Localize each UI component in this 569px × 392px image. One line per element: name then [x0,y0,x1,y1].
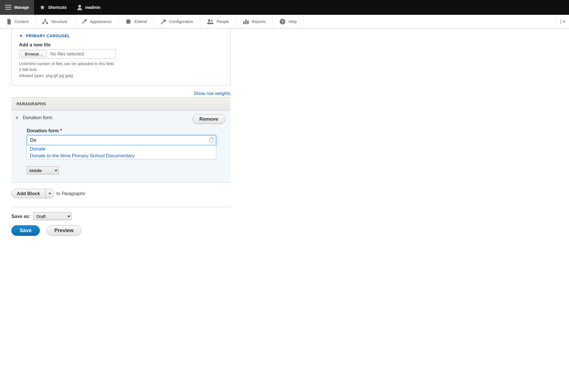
show-row-weights-link[interactable]: Show row weights [194,91,230,96]
admin-menu-label: Content [15,19,28,24]
svg-rect-0 [5,5,11,6]
admin-menu-label: Configuration [170,19,193,24]
fieldset-title: PRIMARY CAROUSEL [26,34,70,38]
admin-menu-extend[interactable]: Extend [119,15,154,28]
paragraph-type-label: Donation form [23,115,52,120]
add-block-dropdown-toggle[interactable] [46,189,54,198]
puzzle-icon [125,19,131,24]
svg-point-4 [78,5,81,8]
autocomplete-option[interactable]: Donate to the Ilima Primary School Docum… [27,152,216,159]
toolbar-user-label: madmin [85,5,100,10]
add-paragraph-row: Add Block to Paragraphs [11,189,230,207]
paragraph-item: ✥ Donation form Remove Donation form * D… [11,110,230,183]
row-weights-toggle: Show row weights [11,91,230,96]
admin-menu-label: Extend [134,19,147,24]
remove-button[interactable]: Remove [192,114,225,124]
add-block-suffix: to Paragraphs [57,191,85,196]
user-icon [77,5,82,10]
toolbar-orientation-toggle[interactable] [556,15,569,28]
admin-menu-people[interactable]: People [200,15,236,28]
hierarchy-icon [42,19,48,24]
desc-line: 2 MB limit. [19,67,223,73]
hamburger-icon [5,5,11,10]
paintbrush-icon [81,19,87,24]
star-icon [40,5,45,10]
admin-menu-label: Help [288,19,297,24]
svg-marker-3 [40,5,45,10]
admin-menu-appearance[interactable]: Appearance [75,15,119,28]
autocomplete-option[interactable]: Donate [27,145,216,152]
autocomplete-wrapper: Donate Donate to the Ilima Primary Schoo… [27,135,216,145]
moderation-state-select[interactable]: Draft [33,212,71,220]
file-upload-widget: Browse… No files selected. [19,49,116,59]
document-icon [7,19,11,24]
svg-point-5 [44,19,46,21]
collapse-icon [560,19,566,24]
admin-menu-configuration[interactable]: Configuration [154,15,200,28]
svg-rect-12 [247,20,249,24]
admin-menu: Content Structure Appearance Extend Conf… [0,15,569,28]
svg-rect-1 [5,7,11,8]
people-icon [207,19,213,24]
svg-rect-15 [560,19,561,24]
to-text: to [57,191,62,196]
add-block-button[interactable]: Add Block [12,189,46,198]
toolbar-user[interactable]: madmin [72,0,106,15]
add-block-split-button: Add Block [11,189,54,198]
field-label-text: Donation form [27,128,59,133]
node-edit-form: ▼ PRIMARY CAROUSEL Add a new file Browse… [0,28,230,259]
svg-rect-11 [245,20,247,24]
triangle-down-icon: ▼ [19,34,23,38]
paragraphs-header: PARAGRAPHS [11,97,230,110]
preview-button[interactable]: Preview [47,225,81,236]
desc-line: Unlimited number of files can be uploade… [19,61,223,67]
position-select[interactable]: Middle [27,166,59,174]
save-button[interactable]: Save [11,225,40,236]
upload-description: Unlimited number of files can be uploade… [19,61,223,79]
svg-point-8 [208,19,210,22]
donation-form-label: Donation form * [27,128,225,133]
admin-menu-content[interactable]: Content [0,15,36,28]
help-icon: ? [280,19,285,24]
add-file-label: Add a new file [19,42,223,48]
save-as-label: Save as: [11,214,30,219]
file-status-text: No files selected. [50,51,85,57]
drag-handle-icon[interactable]: ✥ [15,115,19,120]
admin-menu-label: Structure [51,19,67,24]
admin-menu-label: Reports [252,19,266,24]
bar-chart-icon [243,19,249,24]
toolbar-manage-label: Manage [14,5,29,10]
toolbar-shortcuts-label: Shortcuts [48,5,67,10]
admin-toolbar: Manage Shortcuts madmin [0,0,569,15]
desc-line: Allowed types: png gif jpg jpeg. [19,73,223,79]
svg-point-9 [211,20,213,22]
admin-menu-structure[interactable]: Structure [36,15,75,28]
admin-menu-help[interactable]: ? Help [273,15,304,28]
admin-menu-label: People [217,19,229,24]
browse-button[interactable]: Browse… [21,51,47,57]
primary-carousel-fieldset: ▼ PRIMARY CAROUSEL Add a new file Browse… [11,28,230,85]
admin-menu-reports[interactable]: Reports [236,15,273,28]
loading-throbber-icon [209,138,214,143]
caret-down-icon [48,193,51,195]
svg-point-7 [46,22,48,24]
form-actions: Save Preview [11,225,230,236]
svg-rect-2 [5,9,11,10]
svg-rect-10 [243,21,245,24]
admin-menu-label: Appearance [90,19,112,24]
svg-point-6 [42,22,44,24]
to-target: Paragraphs [61,191,85,196]
wrench-icon [161,19,166,24]
toolbar-shortcuts[interactable]: Shortcuts [34,0,72,15]
required-marker: * [60,128,62,133]
save-as-row: Save as: Draft [11,212,230,220]
autocomplete-suggestions: Donate Donate to the Ilima Primary Schoo… [27,145,216,159]
donation-form-autocomplete[interactable] [27,135,216,145]
toolbar-manage[interactable]: Manage [0,0,34,15]
svg-text:?: ? [281,19,284,24]
fieldset-summary-toggle[interactable]: ▼ PRIMARY CAROUSEL [19,34,223,38]
